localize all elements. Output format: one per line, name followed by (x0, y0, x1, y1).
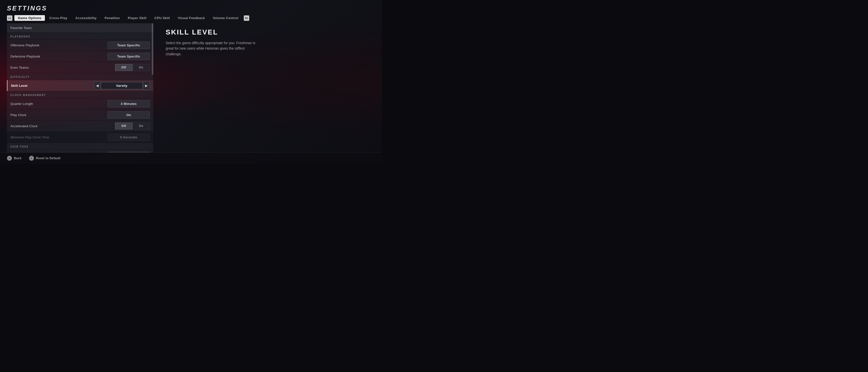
even-teams-off[interactable]: Off (115, 64, 132, 71)
reset-label: Reset to Default (36, 156, 61, 160)
favorite-team-row[interactable]: Favorite Team (7, 23, 153, 32)
setting-row-defensive-playbook[interactable]: Defensive Playbook Team Specific (7, 51, 153, 62)
section-header-difficulty: DIFFICULTY (7, 73, 153, 80)
tab-volume-control[interactable]: Volume Control (209, 15, 242, 21)
tab-cpu-skill[interactable]: CPU Skill (151, 15, 173, 21)
tab-game-options[interactable]: Game Options (14, 15, 45, 21)
play-clock-value[interactable]: On (107, 111, 150, 119)
page-title: SETTINGS (7, 4, 375, 12)
play-clock-label: Play Clock (10, 113, 107, 117)
offensive-playbook-label: Offensive Playbook (10, 43, 107, 47)
coin-toss-header-text: COIN TOSS (10, 145, 29, 148)
accelerated-clock-off[interactable]: Off (115, 123, 132, 129)
reset-icon: ● (29, 156, 34, 161)
accelerated-clock-toggle[interactable]: Off On (115, 123, 150, 129)
setting-row-skill-level[interactable]: Skill Level ◀ Varsity ▶ (7, 80, 153, 91)
setting-row-quarter-length[interactable]: Quarter Length 3 Minutes (7, 98, 153, 109)
min-play-clock-value: 0 Seconds (107, 134, 150, 141)
description-text: Select the game difficulty appropriate f… (166, 40, 260, 57)
playbooks-header-text: PLAYBOOKS (10, 35, 31, 38)
defensive-playbook-label: Defensive Playbook (10, 55, 107, 58)
setting-row-coin-toss[interactable]: Coin Toss 1st Choice Kick (7, 150, 153, 153)
skill-level-control[interactable]: ◀ Varsity ▶ (94, 81, 150, 90)
even-teams-on[interactable]: On (132, 64, 150, 71)
back-action[interactable]: ● Back (7, 156, 22, 161)
even-teams-label: Even Teams (10, 66, 115, 69)
section-header-clock: CLOCK MANAGEMENT (7, 91, 153, 98)
tab-visual-feedback[interactable]: Visual Feedback (174, 15, 208, 21)
setting-row-accelerated-clock[interactable]: Accelerated Clock Off On (7, 121, 153, 131)
tab-player-skill[interactable]: Player Skill (124, 15, 150, 21)
tab-cross-play[interactable]: Cross-Play (46, 15, 71, 21)
quarter-length-label: Quarter Length (10, 102, 107, 106)
defensive-playbook-value[interactable]: Team Specific (107, 53, 150, 60)
description-panel: SKILL LEVEL Select the game difficulty a… (161, 23, 375, 153)
setting-row-even-teams[interactable]: Even Teams Off On (7, 62, 153, 73)
skill-level-prev[interactable]: ◀ (94, 81, 101, 90)
coin-toss-value[interactable]: Kick (107, 152, 150, 153)
skill-level-next[interactable]: ▶ (143, 81, 150, 90)
section-header-coin-toss: COIN TOSS (7, 143, 153, 150)
even-teams-toggle[interactable]: Off On (115, 64, 150, 71)
quarter-length-value[interactable]: 3 Minutes (107, 100, 150, 107)
back-label: Back (14, 156, 22, 160)
tab-penalties[interactable]: Penalties (101, 15, 124, 21)
description-title: SKILL LEVEL (166, 28, 372, 36)
content-area: Favorite Team PLAYBOOKS Offensive Playbo… (0, 23, 382, 153)
skill-level-label: Skill Level (11, 84, 94, 88)
accelerated-clock-label: Accelerated Clock (10, 124, 115, 128)
scroll-indicator (152, 23, 153, 75)
accelerated-clock-on[interactable]: On (132, 123, 150, 129)
skill-level-value: Varsity (101, 82, 143, 89)
bottom-bar: ● Back ● Reset to Default (0, 153, 382, 164)
nav-bar: L1 Game Options Cross-Play Accessibility… (0, 14, 382, 23)
back-icon: ● (7, 156, 12, 161)
min-play-clock-label: Minimum Play Clock Time (10, 135, 107, 139)
settings-panel: Favorite Team PLAYBOOKS Offensive Playbo… (7, 23, 153, 153)
setting-row-min-play-clock: Minimum Play Clock Time 0 Seconds (7, 132, 153, 143)
section-header-playbooks: PLAYBOOKS (7, 33, 153, 39)
header: SETTINGS (0, 0, 382, 14)
offensive-playbook-value[interactable]: Team Specific (107, 42, 150, 49)
tab-accessibility[interactable]: Accessibility (72, 15, 100, 21)
l1-icon: L1 (7, 16, 12, 21)
clock-header-text: CLOCK MANAGEMENT (10, 94, 46, 96)
difficulty-header-text: DIFFICULTY (10, 75, 30, 79)
reset-action[interactable]: ● Reset to Default (29, 156, 61, 161)
setting-row-play-clock[interactable]: Play Clock On (7, 110, 153, 120)
setting-row-offensive-playbook[interactable]: Offensive Playbook Team Specific (7, 40, 153, 51)
r1-icon: R1 (244, 16, 249, 21)
favorite-team-label: Favorite Team (10, 26, 32, 30)
